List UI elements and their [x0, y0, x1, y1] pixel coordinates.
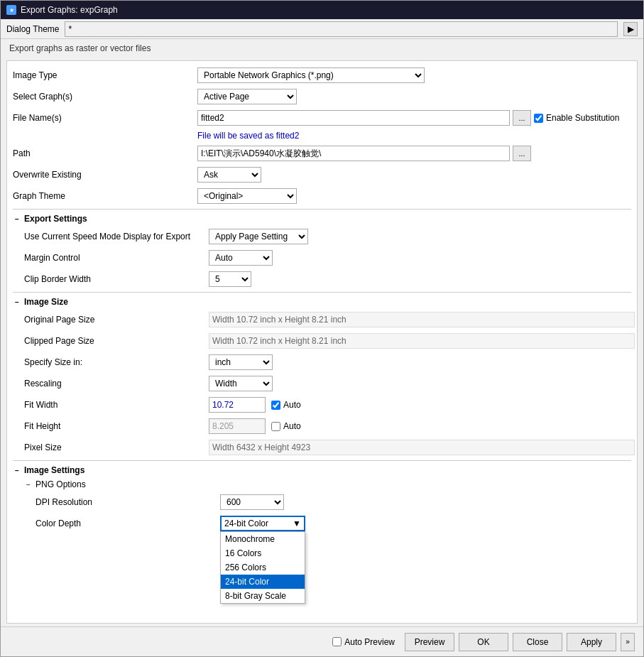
- png-options-collapse-icon: −: [24, 480, 33, 489]
- color-depth-dropdown-list: Monochrome 16 Colors 256 Colors 24-bit C…: [220, 531, 305, 604]
- main-window: ★ Export Graphs: expGraph Dialog Theme ▶…: [0, 0, 644, 657]
- window-icon: ★: [6, 5, 16, 15]
- speed-mode-select[interactable]: Apply Page Setting On Off: [209, 229, 308, 244]
- export-settings-collapse-icon: −: [13, 215, 21, 223]
- dpi-resolution-control: 72 96 150 300 600 1200: [220, 494, 631, 510]
- graph-theme-select[interactable]: <Original> Default: [197, 188, 297, 204]
- image-settings-title: Image Settings: [24, 465, 84, 475]
- dpi-resolution-label: DPI Resolution: [36, 497, 220, 507]
- margin-control-select[interactable]: Auto None Custom: [209, 250, 273, 266]
- enable-substitution-checkbox[interactable]: [534, 114, 543, 123]
- clipped-size-control: Width 10.72 inch x Height 8.21 inch: [209, 333, 635, 349]
- png-options-content: DPI Resolution 72 96 150 300 600 1200: [24, 494, 631, 532]
- dialog-theme-bar: Dialog Theme ▶: [1, 19, 643, 39]
- spacer: [13, 536, 631, 593]
- fit-width-auto-label: Auto: [271, 400, 301, 410]
- png-options-title: PNG Options: [36, 479, 86, 489]
- divider-2: [13, 292, 631, 293]
- path-row: Path ...: [13, 145, 631, 162]
- overwrite-label: Overwrite Existing: [13, 170, 197, 180]
- image-type-row: Image Type Portable Network Graphics (*.…: [13, 67, 631, 84]
- overwrite-select[interactable]: Ask Yes No: [197, 167, 261, 183]
- export-settings-header[interactable]: − Export Settings: [13, 214, 631, 224]
- image-type-label: Image Type: [13, 70, 197, 80]
- specify-size-select[interactable]: inch cm pixel: [209, 354, 273, 370]
- clip-border-select[interactable]: 0 1 2 3 4 5 10: [209, 271, 251, 287]
- apply-button[interactable]: Apply: [567, 633, 616, 651]
- color-depth-control: 24-bit Color ▼ Monochrome 16 Colors 256 …: [220, 516, 631, 531]
- overwrite-row: Overwrite Existing Ask Yes No: [13, 166, 631, 183]
- color-depth-select-trigger[interactable]: 24-bit Color ▼: [220, 516, 305, 531]
- file-names-browse[interactable]: ...: [513, 110, 531, 126]
- divider-1: [13, 209, 631, 210]
- select-graphs-control: Active Page All Pages Selected Graphs: [197, 89, 631, 104]
- color-depth-label: Color Depth: [36, 518, 220, 528]
- auto-preview-label: Auto Preview: [332, 637, 395, 647]
- preview-button[interactable]: Preview: [405, 633, 454, 651]
- fit-height-control: Auto: [209, 418, 631, 434]
- clip-border-label: Clip Border Width: [24, 274, 209, 284]
- path-input[interactable]: [197, 146, 510, 161]
- speed-mode-row: Use Current Speed Mode Display for Expor…: [24, 228, 631, 245]
- file-names-control: ... Enable Substitution: [197, 110, 631, 126]
- specify-size-label: Specify Size in:: [24, 357, 209, 367]
- fit-width-input[interactable]: [209, 397, 266, 413]
- double-arrow-button[interactable]: »: [621, 633, 635, 651]
- dpi-resolution-select[interactable]: 72 96 150 300 600 1200: [220, 494, 284, 510]
- window-title: Export Graphs: expGraph: [21, 5, 118, 15]
- image-size-collapse-icon: −: [13, 298, 21, 306]
- specify-size-row: Specify Size in: inch cm pixel: [24, 354, 631, 371]
- clipped-size-label: Clipped Page Size: [24, 336, 209, 346]
- image-type-select[interactable]: Portable Network Graphics (*.png) JPEG (…: [197, 67, 425, 83]
- color-depth-option-256[interactable]: 256 Colors: [221, 560, 305, 575]
- fit-height-input[interactable]: [209, 418, 266, 434]
- png-options-header[interactable]: − PNG Options: [24, 479, 631, 489]
- color-depth-option-16[interactable]: 16 Colors: [221, 546, 305, 560]
- rescaling-row: Rescaling Width Height None: [24, 375, 631, 392]
- color-depth-option-monochrome[interactable]: Monochrome: [221, 532, 305, 546]
- original-size-row: Original Page Size Width 10.72 inch x He…: [24, 311, 631, 328]
- fit-height-label: Fit Height: [24, 421, 209, 431]
- select-graphs-select[interactable]: Active Page All Pages Selected Graphs: [197, 89, 297, 104]
- file-names-input[interactable]: [197, 110, 510, 126]
- path-browse[interactable]: ...: [513, 146, 531, 161]
- original-size-label: Original Page Size: [24, 315, 209, 325]
- pixel-size-row: Pixel Size Width 6432 x Height 4923: [24, 439, 631, 456]
- select-graphs-row: Select Graph(s) Active Page All Pages Se…: [13, 88, 631, 105]
- margin-control-label: Margin Control: [24, 253, 209, 263]
- color-depth-option-gray[interactable]: 8-bit Gray Scale: [221, 589, 305, 603]
- saved-note: File will be saved as fitted2: [197, 131, 631, 141]
- subtitle: Export graphs as raster or vector files: [1, 39, 643, 58]
- fit-width-auto-checkbox[interactable]: [271, 401, 280, 410]
- color-depth-option-24[interactable]: 24-bit Color: [221, 575, 305, 589]
- dialog-theme-input[interactable]: [65, 21, 618, 37]
- dpi-resolution-row: DPI Resolution 72 96 150 300 600 1200: [36, 494, 631, 511]
- close-button[interactable]: Close: [513, 633, 562, 651]
- image-settings-content: − PNG Options DPI Resolution 72 96 150 3…: [13, 479, 631, 532]
- main-content: Image Type Portable Network Graphics (*.…: [6, 60, 638, 624]
- auto-preview-checkbox[interactable]: [332, 637, 342, 646]
- rescaling-select[interactable]: Width Height None: [209, 376, 273, 391]
- color-depth-dropdown-arrow: ▼: [293, 518, 301, 528]
- fit-width-label: Fit Width: [24, 400, 209, 410]
- clip-border-control: 0 1 2 3 4 5 10: [209, 271, 631, 287]
- dialog-theme-label: Dialog Theme: [6, 24, 59, 34]
- fit-height-auto-checkbox[interactable]: [271, 422, 280, 431]
- divider-3: [13, 460, 631, 461]
- dialog-theme-arrow[interactable]: ▶: [623, 22, 638, 36]
- clipped-size-value: Width 10.72 inch x Height 8.21 inch: [209, 333, 635, 349]
- clipped-size-row: Clipped Page Size Width 10.72 inch x Hei…: [24, 332, 631, 349]
- speed-mode-label: Use Current Speed Mode Display for Expor…: [24, 232, 209, 241]
- ok-button[interactable]: OK: [459, 633, 508, 651]
- graph-theme-row: Graph Theme <Original> Default: [13, 188, 631, 205]
- rescaling-control: Width Height None: [209, 376, 631, 391]
- image-settings-header[interactable]: − Image Settings: [13, 465, 631, 475]
- image-type-control: Portable Network Graphics (*.png) JPEG (…: [197, 67, 631, 83]
- margin-control-control: Auto None Custom: [209, 250, 631, 266]
- enable-substitution-label: Enable Substitution: [534, 113, 619, 123]
- select-graphs-label: Select Graph(s): [13, 92, 197, 102]
- original-size-control: Width 10.72 inch x Height 8.21 inch: [209, 312, 635, 327]
- auto-preview-text: Auto Preview: [344, 637, 395, 647]
- pixel-size-value: Width 6432 x Height 4923: [209, 440, 635, 455]
- image-size-header[interactable]: − Image Size: [13, 297, 631, 307]
